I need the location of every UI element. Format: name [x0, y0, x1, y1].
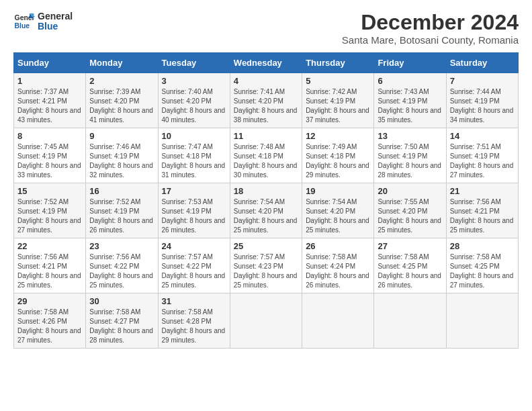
day-number: 23 [89, 241, 154, 251]
day-detail: Sunrise: 7:48 AMSunset: 4:18 PMDaylight:… [234, 143, 298, 179]
day-detail: Sunrise: 7:57 AMSunset: 4:22 PMDaylight:… [162, 253, 226, 289]
week-row-4: 22 Sunrise: 7:56 AMSunset: 4:21 PMDaylig… [14, 238, 519, 293]
calendar-cell: 14 Sunrise: 7:51 AMSunset: 4:19 PMDaylig… [446, 128, 518, 183]
day-number: 3 [162, 76, 226, 86]
day-number: 19 [306, 186, 370, 196]
calendar-cell: 20 Sunrise: 7:55 AMSunset: 4:20 PMDaylig… [374, 183, 446, 238]
calendar-cell: 13 Sunrise: 7:50 AMSunset: 4:19 PMDaylig… [374, 128, 446, 183]
day-detail: Sunrise: 7:43 AMSunset: 4:19 PMDaylight:… [378, 88, 441, 124]
calendar-cell: 25 Sunrise: 7:57 AMSunset: 4:23 PMDaylig… [230, 238, 302, 293]
week-row-5: 29 Sunrise: 7:58 AMSunset: 4:26 PMDaylig… [14, 293, 519, 349]
day-number: 6 [378, 76, 442, 86]
column-header-wednesday: Wednesday [230, 53, 302, 73]
logo-icon: General Blue [13, 11, 35, 32]
svg-text:Blue: Blue [15, 22, 30, 30]
calendar-cell [230, 293, 302, 349]
day-detail: Sunrise: 7:51 AMSunset: 4:19 PMDaylight:… [450, 143, 514, 179]
day-detail: Sunrise: 7:46 AMSunset: 4:19 PMDaylight:… [89, 143, 153, 179]
calendar-cell: 24 Sunrise: 7:57 AMSunset: 4:22 PMDaylig… [158, 238, 230, 293]
calendar-cell: 19 Sunrise: 7:54 AMSunset: 4:20 PMDaylig… [302, 183, 374, 238]
calendar-cell: 2 Sunrise: 7:39 AMSunset: 4:20 PMDayligh… [86, 73, 158, 128]
column-header-friday: Friday [374, 53, 446, 73]
page-header: General Blue General Blue December 2024 … [13, 11, 519, 46]
day-number: 2 [89, 76, 154, 86]
day-detail: Sunrise: 7:58 AMSunset: 4:25 PMDaylight:… [378, 253, 441, 289]
logo: General Blue General Blue [13, 11, 73, 32]
page-subtitle: Santa Mare, Botosani County, Romania [342, 34, 519, 46]
day-number: 31 [162, 296, 226, 306]
day-detail: Sunrise: 7:58 AMSunset: 4:26 PMDaylight:… [17, 308, 81, 344]
calendar-cell: 30 Sunrise: 7:58 AMSunset: 4:27 PMDaylig… [86, 293, 158, 349]
day-number: 7 [450, 76, 515, 86]
day-number: 10 [162, 131, 226, 141]
day-detail: Sunrise: 7:56 AMSunset: 4:21 PMDaylight:… [17, 253, 81, 289]
day-number: 21 [450, 186, 515, 196]
day-number: 12 [306, 131, 370, 141]
week-row-1: 1 Sunrise: 7:37 AMSunset: 4:21 PMDayligh… [14, 73, 519, 128]
day-number: 8 [17, 131, 82, 141]
day-detail: Sunrise: 7:40 AMSunset: 4:20 PMDaylight:… [162, 88, 226, 124]
day-detail: Sunrise: 7:56 AMSunset: 4:21 PMDaylight:… [450, 198, 514, 234]
calendar-cell: 17 Sunrise: 7:53 AMSunset: 4:19 PMDaylig… [158, 183, 230, 238]
column-header-tuesday: Tuesday [158, 53, 230, 73]
calendar-cell: 16 Sunrise: 7:52 AMSunset: 4:19 PMDaylig… [86, 183, 158, 238]
day-detail: Sunrise: 7:42 AMSunset: 4:19 PMDaylight:… [306, 88, 369, 124]
day-number: 13 [378, 131, 442, 141]
title-block: December 2024 Santa Mare, Botosani Count… [342, 11, 519, 46]
day-detail: Sunrise: 7:56 AMSunset: 4:22 PMDaylight:… [89, 253, 153, 289]
day-number: 30 [89, 296, 154, 306]
column-header-thursday: Thursday [302, 53, 374, 73]
calendar-cell: 15 Sunrise: 7:52 AMSunset: 4:19 PMDaylig… [14, 183, 86, 238]
calendar-cell [374, 293, 446, 349]
calendar-cell: 7 Sunrise: 7:44 AMSunset: 4:19 PMDayligh… [446, 73, 518, 128]
day-number: 26 [306, 241, 370, 251]
day-detail: Sunrise: 7:58 AMSunset: 4:27 PMDaylight:… [89, 308, 153, 344]
day-number: 29 [17, 296, 82, 306]
calendar-cell: 4 Sunrise: 7:41 AMSunset: 4:20 PMDayligh… [230, 73, 302, 128]
calendar-cell [302, 293, 374, 349]
column-header-sunday: Sunday [14, 53, 86, 73]
calendar-cell: 27 Sunrise: 7:58 AMSunset: 4:25 PMDaylig… [374, 238, 446, 293]
day-detail: Sunrise: 7:39 AMSunset: 4:20 PMDaylight:… [89, 88, 153, 124]
calendar-table: SundayMondayTuesdayWednesdayThursdayFrid… [13, 52, 519, 349]
column-header-saturday: Saturday [446, 53, 518, 73]
calendar-cell: 1 Sunrise: 7:37 AMSunset: 4:21 PMDayligh… [14, 73, 86, 128]
day-detail: Sunrise: 7:41 AMSunset: 4:20 PMDaylight:… [234, 88, 298, 124]
day-number: 27 [378, 241, 442, 251]
calendar-cell: 6 Sunrise: 7:43 AMSunset: 4:19 PMDayligh… [374, 73, 446, 128]
day-detail: Sunrise: 7:52 AMSunset: 4:19 PMDaylight:… [17, 198, 81, 234]
calendar-cell: 8 Sunrise: 7:45 AMSunset: 4:19 PMDayligh… [14, 128, 86, 183]
day-detail: Sunrise: 7:45 AMSunset: 4:19 PMDaylight:… [17, 143, 81, 179]
day-number: 22 [17, 241, 82, 251]
day-number: 28 [450, 241, 515, 251]
day-number: 20 [378, 186, 442, 196]
calendar-cell: 29 Sunrise: 7:58 AMSunset: 4:26 PMDaylig… [14, 293, 86, 349]
day-detail: Sunrise: 7:55 AMSunset: 4:20 PMDaylight:… [378, 198, 441, 234]
day-number: 16 [89, 186, 154, 196]
day-detail: Sunrise: 7:50 AMSunset: 4:19 PMDaylight:… [378, 143, 441, 179]
day-number: 14 [450, 131, 515, 141]
day-number: 5 [306, 76, 370, 86]
day-number: 4 [234, 76, 298, 86]
day-detail: Sunrise: 7:44 AMSunset: 4:19 PMDaylight:… [450, 88, 514, 124]
day-detail: Sunrise: 7:53 AMSunset: 4:19 PMDaylight:… [162, 198, 226, 234]
day-number: 24 [162, 241, 226, 251]
logo-line2: Blue [38, 21, 73, 32]
day-detail: Sunrise: 7:49 AMSunset: 4:18 PMDaylight:… [306, 143, 369, 179]
calendar-cell: 26 Sunrise: 7:58 AMSunset: 4:24 PMDaylig… [302, 238, 374, 293]
day-number: 9 [89, 131, 154, 141]
calendar-cell: 11 Sunrise: 7:48 AMSunset: 4:18 PMDaylig… [230, 128, 302, 183]
calendar-cell: 5 Sunrise: 7:42 AMSunset: 4:19 PMDayligh… [302, 73, 374, 128]
calendar-cell: 23 Sunrise: 7:56 AMSunset: 4:22 PMDaylig… [86, 238, 158, 293]
day-number: 25 [234, 241, 298, 251]
calendar-cell: 21 Sunrise: 7:56 AMSunset: 4:21 PMDaylig… [446, 183, 518, 238]
header-row: SundayMondayTuesdayWednesdayThursdayFrid… [14, 53, 519, 73]
day-number: 1 [17, 76, 82, 86]
calendar-cell: 22 Sunrise: 7:56 AMSunset: 4:21 PMDaylig… [14, 238, 86, 293]
day-detail: Sunrise: 7:58 AMSunset: 4:28 PMDaylight:… [162, 308, 226, 344]
calendar-cell: 9 Sunrise: 7:46 AMSunset: 4:19 PMDayligh… [86, 128, 158, 183]
day-detail: Sunrise: 7:47 AMSunset: 4:18 PMDaylight:… [162, 143, 226, 179]
day-number: 11 [234, 131, 298, 141]
calendar-cell: 31 Sunrise: 7:58 AMSunset: 4:28 PMDaylig… [158, 293, 230, 349]
day-number: 17 [162, 186, 226, 196]
